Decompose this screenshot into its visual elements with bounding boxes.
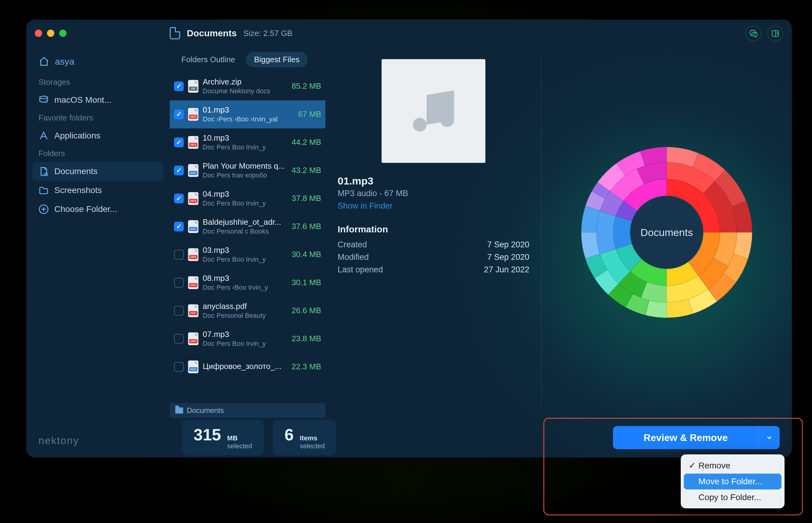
brand-logo: nektony [38, 435, 79, 447]
file-type-icon: DOC [188, 164, 198, 177]
breadcrumb[interactable]: Documents [170, 403, 325, 418]
file-checkbox[interactable] [174, 82, 184, 91]
file-type-icon: MP3 [188, 332, 198, 345]
file-row[interactable]: MP303.mp3Doc Pers Boo Irvin_y30.4 MB [170, 240, 325, 269]
file-type-icon: MP3 [188, 192, 198, 205]
file-checkbox[interactable] [174, 138, 184, 147]
file-size: 30.1 MB [292, 278, 321, 287]
sidebar-item-documents[interactable]: Documents [32, 162, 163, 181]
sidebar-item-screenshots[interactable]: Screenshots [32, 181, 163, 200]
file-size: 37.6 MB [292, 222, 321, 231]
minimize-icon[interactable] [47, 30, 54, 37]
maximize-icon[interactable] [59, 30, 67, 37]
file-checkbox[interactable] [174, 166, 184, 175]
selected-size-pill: 315 MB selected [182, 420, 264, 456]
file-type-icon: MP3 [188, 248, 198, 261]
chat-button[interactable] [745, 25, 761, 41]
document-icon [170, 27, 180, 39]
file-type-icon: MP3 [188, 276, 198, 289]
file-row[interactable]: MP301.mp3Doc ›Pers ›Boo ›Irvin_yal67 MB [170, 100, 325, 128]
file-path: Doc Pers Boo Irvin_y [203, 340, 287, 348]
music-note-icon [406, 84, 461, 139]
file-checkbox[interactable] [174, 278, 184, 288]
file-path: Doc Pers Boo Irvin_y [203, 143, 287, 151]
review-remove-label: Review & Remove [613, 432, 758, 444]
content-area: Folders Outline Biggest Files ZIPArchive… [170, 47, 792, 418]
file-name: 01.mp3 [203, 105, 294, 115]
sidebar-user[interactable]: asya [32, 54, 163, 74]
sidebar-item-label: Applications [54, 131, 100, 141]
file-name: Archive.zip [203, 77, 287, 87]
file-list[interactable]: ZIPArchive.zipDocume Nektony docs85.2 MB… [170, 72, 325, 403]
files-column: Folders Outline Biggest Files ZIPArchive… [170, 47, 325, 418]
page-size: Size: 2.57 GB [243, 29, 292, 38]
svg-point-11 [631, 196, 703, 268]
file-row[interactable]: MP310.mp3Doc Pers Boo Irvin_y44.2 MB [170, 128, 325, 157]
sidebar-item-choose-folder[interactable]: Choose Folder... [32, 200, 163, 219]
view-tabs: Folders Outline Biggest Files [170, 47, 325, 72]
file-checkbox[interactable] [174, 222, 184, 232]
sidebar: asya Storages macOS Mont... Favorite fol… [26, 47, 170, 457]
close-icon[interactable] [35, 30, 42, 37]
detail-filename: 01.mp3 [338, 175, 529, 187]
file-checkbox[interactable] [174, 334, 184, 344]
sidebar-item-label: Documents [54, 166, 98, 176]
breadcrumb-label: Documents [187, 406, 224, 415]
file-row[interactable]: ZIPArchive.zipDocume Nektony docs85.2 MB [170, 72, 325, 100]
detail-subtitle: MP3 audio - 67 MB [338, 189, 529, 198]
file-name: 03.mp3 [203, 246, 287, 255]
chart-column: Documents [541, 47, 792, 418]
file-checkbox[interactable] [174, 109, 184, 119]
file-row[interactable]: DOCЦифровое_золото_...22.3 MB [170, 353, 325, 381]
file-size: 37.8 MB [292, 194, 321, 203]
tab-folders-outline[interactable]: Folders Outline [173, 52, 243, 67]
file-row[interactable]: MP304.mp3Doc Pers Boo Irvin_y37.8 MB [170, 184, 325, 213]
file-checkbox[interactable] [174, 362, 184, 372]
page-title: Documents [187, 28, 237, 38]
sidebar-item-applications[interactable]: Applications [32, 126, 163, 145]
sidebar-heading-folders: Folders [32, 145, 163, 162]
file-checkbox[interactable] [174, 194, 184, 203]
file-name: Baldejushhie_ot_adr... [203, 217, 287, 227]
sidebar-item-label: Choose Folder... [54, 204, 117, 214]
sidebar-heading-favorites: Favorite folders [32, 109, 163, 126]
file-row[interactable]: DOCBaldejushhie_ot_adr...Doc Personal c … [170, 213, 325, 240]
file-path: Doc Pers ›Boo Irvin_y [203, 284, 287, 291]
chevron-down-icon[interactable] [758, 426, 780, 449]
info-heading: Information [338, 224, 529, 235]
sidebar-item-storage[interactable]: macOS Mont... [32, 91, 163, 109]
selected-count-value: 6 [284, 425, 294, 444]
sunburst-chart[interactable]: Documents [572, 138, 761, 327]
file-name: 04.mp3 [203, 190, 287, 199]
file-name: Plan Your Moments q... [203, 161, 287, 171]
tab-biggest-files[interactable]: Biggest Files [246, 52, 307, 67]
panel-button[interactable] [767, 25, 783, 41]
app-window: Documents Size: 2.57 GB asya Storages ma… [26, 19, 792, 457]
file-name: 10.mp3 [203, 133, 287, 143]
file-name: Цифровое_золото_... [203, 362, 287, 371]
selected-count-pill: 6 Items selected [273, 420, 336, 456]
file-row[interactable]: PDFanyclass.pdfDoc Personal Beauty26.6 M… [170, 297, 325, 325]
menu-item-copy[interactable]: Copy to Folder... [684, 489, 781, 505]
file-size: 30.4 MB [292, 250, 321, 259]
review-remove-button[interactable]: Review & Remove [613, 426, 780, 449]
file-size: 26.6 MB [292, 306, 321, 315]
info-opened: Last opened 27 Jun 2022 [338, 265, 529, 274]
user-label: asya [55, 56, 74, 67]
file-row[interactable]: MP308.mp3Doc Pers ›Boo Irvin_y30.1 MB [170, 269, 325, 297]
menu-item-move[interactable]: Move to Folder... [684, 474, 781, 489]
file-row[interactable]: DOCPlan Your Moments q...Doc Pers trav к… [170, 157, 325, 184]
file-preview [382, 59, 485, 163]
file-checkbox[interactable] [174, 306, 184, 315]
file-name: 07.mp3 [203, 330, 287, 339]
file-size: 85.2 MB [292, 82, 321, 91]
show-in-finder-link[interactable]: Show in Finder [338, 201, 529, 211]
folder-icon [38, 185, 49, 196]
file-type-icon: MP3 [188, 108, 198, 121]
file-row[interactable]: MP307.mp3Doc Pers Boo Irvin_y23.8 MB [170, 325, 325, 353]
action-dropdown: ✓ Remove Move to Folder... Copy to Folde… [681, 454, 784, 508]
file-checkbox[interactable] [174, 250, 184, 259]
menu-item-remove[interactable]: ✓ Remove [684, 457, 781, 474]
check-icon: ✓ [689, 461, 695, 471]
file-path: Doc Personal c Books [203, 228, 287, 235]
